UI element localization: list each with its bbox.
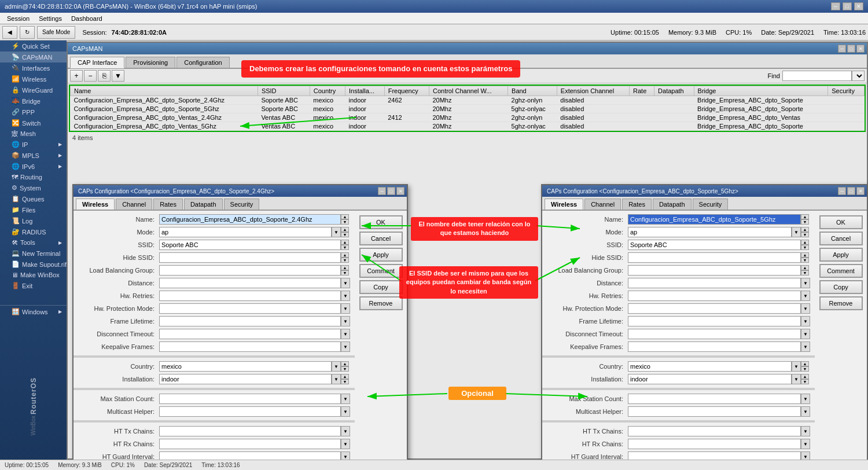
dialog1-copy-button[interactable]: Copy [359, 280, 403, 294]
dialog1-country-scroll-up[interactable]: ▲ [341, 361, 349, 366]
dialog1-ok-button[interactable]: OK [359, 215, 403, 229]
refresh-button[interactable]: ↻ [20, 26, 35, 39]
dialog1-remove-button[interactable]: Remove [359, 296, 403, 310]
dialog1-hw-retries-input[interactable] [159, 291, 341, 301]
dialog1-tab-wireless[interactable]: Wireless [76, 199, 115, 210]
dialog1-frame-lifetime-dropdown[interactable]: ▼ [341, 316, 350, 326]
dialog2-close[interactable]: ✕ [856, 187, 865, 195]
dialog1-installation-scroll-down[interactable]: ▼ [341, 379, 349, 384]
dialog2-tab-channel[interactable]: Channel [584, 199, 621, 210]
maximize-button[interactable]: □ [843, 2, 852, 10]
dialog2-frame-lifetime-dropdown[interactable]: ▼ [801, 316, 810, 326]
table-row[interactable]: Configuracion_Empresa_ABC_dpto_Ventas_2.… [71, 113, 865, 122]
dialog2-multicast-input[interactable] [628, 406, 801, 417]
dialog2-distance-input[interactable] [628, 278, 801, 288]
sidebar-item-routing[interactable]: 🗺 Routing [0, 172, 67, 182]
dialog2-multicast-dropdown[interactable]: ▼ [801, 406, 810, 417]
dialog2-hw-retries-dropdown[interactable]: ▼ [801, 291, 810, 301]
dialog2-installation-scroll-up[interactable]: ▲ [801, 374, 809, 379]
dialog1-hide-ssid-scroll-down[interactable]: ▼ [341, 258, 349, 263]
sidebar-item-mpls[interactable]: 📦 MPLS ▶ [0, 150, 67, 161]
dialog1-frame-lifetime-input[interactable] [159, 316, 341, 326]
dialog2-ssid-scroll-down[interactable]: ▼ [801, 245, 809, 250]
filter-button[interactable]: ▼ [112, 70, 124, 82]
dialog2-lb-scroll-up[interactable]: ▲ [801, 265, 809, 270]
dialog1-ht-tx-input[interactable] [159, 426, 341, 436]
dialog1-minimize[interactable]: ─ [378, 187, 386, 195]
dialog2-country-scroll-down[interactable]: ▼ [801, 366, 809, 372]
safe-mode-button[interactable]: Safe Mode [37, 26, 75, 39]
dialog2-ssid-scroll-up[interactable]: ▲ [801, 240, 809, 245]
dialog2-ht-guard-dropdown[interactable]: ▼ [801, 451, 810, 460]
dialog2-load-balancing-input[interactable] [628, 265, 801, 276]
dialog2-mode-dropdown[interactable]: ▼ [792, 227, 801, 237]
dialog2-minimize[interactable]: ─ [838, 187, 846, 195]
dialog1-hw-retries-dropdown[interactable]: ▼ [341, 291, 350, 301]
dialog1-ht-tx-dropdown[interactable]: ▼ [341, 426, 350, 436]
add-button[interactable]: + [70, 70, 83, 82]
dialog1-name-scroll-up[interactable]: ▲ [341, 214, 349, 219]
dialog2-tab-datapath[interactable]: Datapath [653, 199, 692, 210]
dialog2-country-dropdown[interactable]: ▼ [792, 361, 801, 372]
dialog1-distance-dropdown[interactable]: ▼ [341, 278, 350, 288]
dialog2-ssid-input[interactable] [628, 240, 801, 250]
sidebar-item-mesh[interactable]: 🕸 Mesh [0, 128, 67, 139]
menu-settings[interactable]: Settings [34, 14, 67, 23]
dialog1-tab-datapath[interactable]: Datapath [184, 199, 223, 210]
dialog1-disconnect-timeout-input[interactable] [159, 329, 341, 339]
dialog2-tab-rates[interactable]: Rates [622, 199, 652, 210]
dialog1-hide-ssid-scroll-up[interactable]: ▲ [341, 252, 349, 258]
sidebar-item-files[interactable]: 📁 Files [0, 204, 67, 215]
dialog2-keepalive-dropdown[interactable]: ▼ [801, 342, 810, 352]
dialog1-ssid-input[interactable] [159, 240, 341, 250]
dialog2-comment-button[interactable]: Comment [819, 264, 863, 278]
dialog1-mode-input[interactable] [159, 227, 332, 237]
table-row[interactable]: Configuracion_Empresa_ABC_dpto_Ventas_5G… [71, 122, 865, 131]
sidebar-item-exit[interactable]: 🚪 Exit [0, 280, 67, 291]
dialog1-ht-guard-input[interactable] [159, 451, 341, 460]
dialog1-disconnect-timeout-dropdown[interactable]: ▼ [341, 329, 350, 339]
table-row[interactable]: Configuracion_Empresa_ABC_dpto_Soporte_5… [71, 105, 865, 113]
dialog2-tab-wireless[interactable]: Wireless [545, 199, 583, 210]
dialog2-hw-retries-input[interactable] [628, 291, 801, 301]
dialog2-keepalive-input[interactable] [628, 342, 801, 352]
dialog2-copy-button[interactable]: Copy [819, 280, 863, 294]
sidebar-item-make-supout[interactable]: 📄 Make Supout.rif [0, 259, 67, 270]
dialog2-name-scroll-down[interactable]: ▼ [801, 219, 809, 225]
dialog1-name-input[interactable] [159, 214, 341, 225]
dialog1-installation-input[interactable] [159, 374, 332, 384]
dialog2-cancel-button[interactable]: Cancel [819, 232, 863, 245]
dialog1-country-dropdown[interactable]: ▼ [332, 361, 341, 372]
dialog2-remove-button[interactable]: Remove [819, 296, 863, 310]
dialog2-max-station-dropdown[interactable]: ▼ [801, 394, 810, 404]
dialog1-apply-button[interactable]: Apply [359, 248, 403, 262]
dialog1-hide-ssid-input[interactable] [159, 252, 341, 263]
dialog1-tab-security[interactable]: Security [224, 199, 260, 210]
sidebar-item-bridge[interactable]: 🌉 Bridge [0, 96, 67, 107]
sidebar-item-tools[interactable]: 🛠 Tools ▶ [0, 237, 67, 248]
sidebar-item-new-terminal[interactable]: 💻 New Terminal [0, 248, 67, 259]
dialog2-name-scroll-up[interactable]: ▲ [801, 214, 809, 219]
sidebar-item-windows[interactable]: 🪟 Windows ▶ [0, 305, 67, 317]
sidebar-item-make-winbox[interactable]: 🖥 Make WinBox [0, 270, 67, 280]
dialog1-country-scroll-down[interactable]: ▼ [341, 366, 349, 372]
delete-button[interactable]: − [84, 70, 97, 82]
dialog2-hw-protection-input[interactable] [628, 303, 801, 314]
sidebar-item-system[interactable]: ⚙ System [0, 182, 67, 193]
dialog1-multicast-input[interactable] [159, 406, 341, 417]
sidebar-item-wireguard[interactable]: 🔒 WireGuard [0, 85, 67, 96]
sidebar-item-ppp[interactable]: 🔗 PPP [0, 107, 67, 118]
dialog2-installation-dropdown[interactable]: ▼ [792, 374, 801, 384]
dialog2-max-station-input[interactable] [628, 394, 801, 404]
dialog2-installation-scroll-down[interactable]: ▼ [801, 379, 809, 384]
dialog2-frame-lifetime-input[interactable] [628, 316, 801, 326]
dialog2-ok-button[interactable]: OK [819, 215, 863, 229]
dialog2-name-input[interactable] [628, 214, 801, 225]
sidebar-item-interfaces[interactable]: 🔌 Interfaces [0, 63, 67, 74]
dialog1-lb-scroll-up[interactable]: ▲ [341, 265, 349, 270]
dialog1-mode-dropdown[interactable]: ▼ [332, 227, 341, 237]
dialog1-tab-channel[interactable]: Channel [116, 199, 152, 210]
dialog1-hw-protection-input[interactable] [159, 303, 341, 314]
dialog1-close[interactable]: ✕ [396, 187, 404, 195]
sidebar-item-queues[interactable]: 📋 Queues [0, 193, 67, 204]
